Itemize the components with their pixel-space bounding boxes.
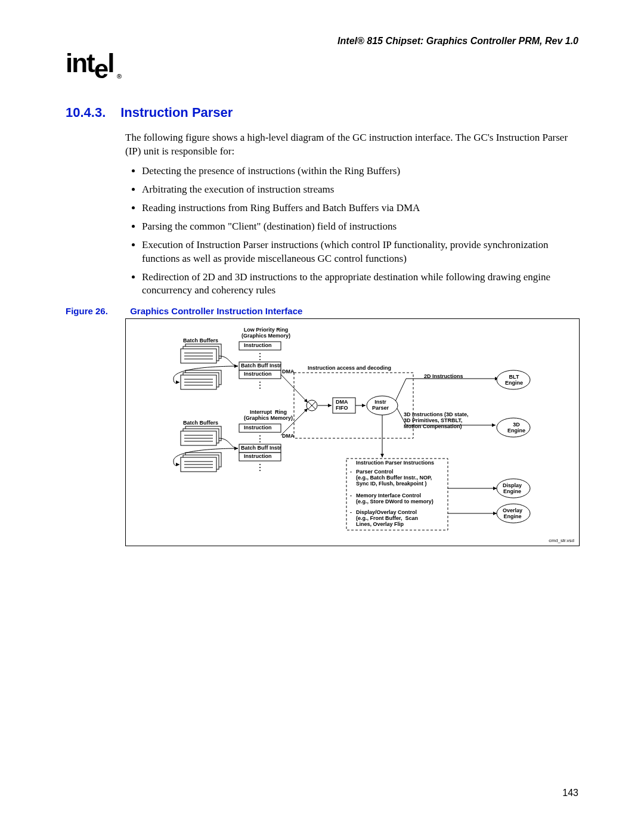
label-parser-control: Parser Control (e.g., Batch Buffer Instr… (356, 469, 432, 487)
label-batch-buffers: Batch Buffers (183, 420, 218, 426)
list-item: Execution of Instruction Parser instruct… (142, 239, 578, 266)
svg-point-37 (259, 441, 261, 442)
svg-point-40 (259, 464, 261, 465)
svg-point-41 (259, 467, 261, 468)
svg-point-42 (259, 470, 261, 471)
label-mem-interface: Memory Interface Control (e.g., Store DW… (356, 493, 434, 505)
svg-point-36 (259, 438, 261, 439)
label-instruction: Instruction (244, 343, 272, 349)
figure-caption: Figure 26. Graphics Controller Instructi… (66, 306, 578, 316)
label-overlay-engine: Overlay Engine (503, 508, 522, 520)
label-low-priority-ring: Low Priority Ring (Graphics Memory) (233, 327, 299, 339)
dash-icon: - (350, 510, 352, 516)
svg-point-20 (259, 388, 261, 389)
figure-source-file: cmd_str.vsd (549, 538, 574, 544)
list-item: Parsing the common "Client" (destination… (142, 220, 578, 234)
section-title: Instruction Parser (120, 105, 233, 120)
label-blt-engine: BLT Engine (505, 374, 523, 386)
label-access-decoding: Instruction access and decoding (308, 366, 391, 371)
label-interrupt-ring: Interrupt Ring (Graphics Memory) (236, 410, 301, 422)
label-batch-buff-instr: Batch Buff Instr (241, 445, 281, 451)
dash-icon: - (350, 469, 352, 475)
svg-point-13 (259, 353, 261, 354)
label-dma: DMA (282, 433, 295, 439)
label-dma-fifo: DMA FIFO (336, 400, 348, 411)
list-item: Redirection of 2D and 3D instructions to… (142, 271, 578, 298)
label-2d-instructions: 2D Instructions (424, 374, 463, 380)
label-display-engine: Display Engine (503, 483, 522, 495)
list-item: Detecting the presence of instructions (… (142, 165, 578, 178)
svg-point-19 (259, 385, 261, 386)
label-batch-buffers: Batch Buffers (183, 338, 218, 344)
svg-point-14 (259, 356, 261, 357)
section-heading: 10.4.3. Instruction Parser (66, 105, 578, 120)
section-number: 10.4.3. (66, 105, 117, 120)
figure-number: Figure 26. (66, 306, 128, 316)
label-parser-instr-title: Instruction Parser Instructions (356, 460, 434, 466)
label-instruction: Instruction (244, 425, 272, 431)
label-display-overlay: Display/Overlay Control (e.g., Front Buf… (356, 510, 418, 528)
intel-logo: intel® (66, 50, 119, 76)
label-3d-engine: 3D Engine (507, 422, 525, 434)
running-header: Intel® 815 Chipset: Graphics Controller … (66, 36, 578, 47)
svg-point-18 (259, 382, 261, 383)
page-number: 143 (562, 788, 578, 798)
list-item: Reading instructions from Ring Buffers a… (142, 202, 578, 215)
svg-point-35 (259, 435, 261, 436)
label-instruction: Instruction (244, 371, 272, 377)
label-3d-instructions: 3D Instructions (3D state, 3D Primitives… (404, 412, 469, 430)
dash-icon: - (350, 493, 352, 499)
label-instruction: Instruction (244, 454, 272, 460)
figure-title: Graphics Controller Instruction Interfac… (130, 306, 302, 316)
svg-point-15 (259, 359, 261, 360)
figure-diagram: Low Priority Ring (Graphics Memory) Batc… (125, 318, 580, 546)
intro-paragraph: The following figure shows a high-level … (125, 131, 578, 159)
list-item: Arbitrating the execution of instruction… (142, 183, 578, 197)
label-instr-parser: Instr Parser (372, 400, 389, 411)
label-batch-buff-instr: Batch Buff Instr (241, 363, 281, 369)
label-dma: DMA (282, 369, 295, 375)
bullet-list: Detecting the presence of instructions (… (125, 165, 578, 298)
